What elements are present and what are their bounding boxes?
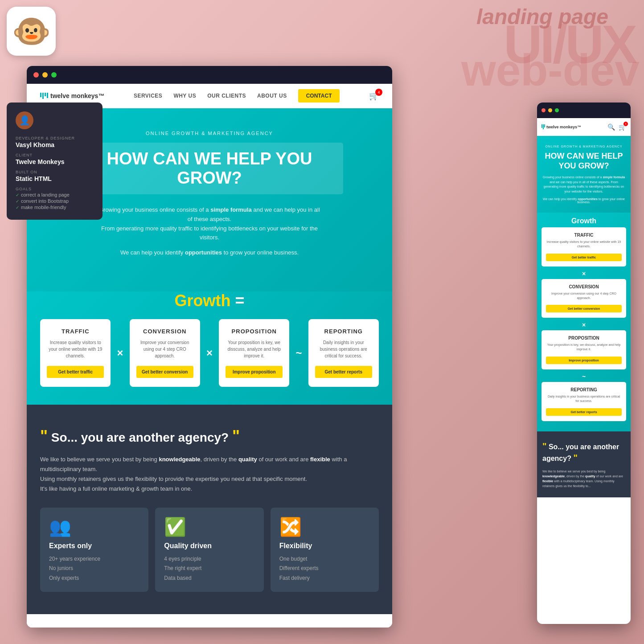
mobile-agency-desc: We like to believe we serve you best by … (542, 469, 625, 489)
operator-2: × (205, 319, 213, 387)
growth-cards: TRAFFIC Increase quality visitors to you… (40, 319, 379, 387)
traffic-btn[interactable]: Get better traffic (47, 366, 104, 378)
hero-opportunity: We can help you identify opportunities t… (40, 249, 379, 256)
cart-icon[interactable]: 🛒 4 (369, 91, 379, 101)
built-on-label: BUILT ON (16, 170, 94, 174)
traffic-desc: Increase quality visitors to your online… (47, 339, 104, 359)
mobile-proposition-desc: Your proposition is key, we discuss, ana… (546, 343, 622, 352)
proposition-title: PROPOSITION (226, 328, 283, 335)
mobile-maximize-dot[interactable] (555, 108, 559, 112)
experts-icon: 👥 (49, 517, 139, 537)
growth-card-conversion: CONVERSION Improve your conversion using… (130, 319, 200, 387)
mobile-op-3: ~ (541, 373, 626, 380)
mobile-nav: twelve monkeys™ 🔍 🛒 4 (537, 118, 631, 136)
mobile-traffic-desc: Increase quality visitors to your online… (546, 240, 622, 249)
mobile-conversion-title: CONVERSION (546, 284, 622, 289)
experts-title: Experts only (49, 542, 139, 550)
growth-card-reporting: REPORTING Daily insights in your busines… (308, 319, 379, 387)
growth-card-traffic: TRAFFIC Increase quality visitors to you… (40, 319, 111, 387)
nav-why-us[interactable]: WHY US (173, 93, 196, 99)
site-logo: twelve monkeys™ (40, 92, 104, 99)
agency-card-quality: ✅ Quality driven 4 eyes principleThe rig… (155, 508, 263, 592)
mobile-traffic-btn[interactable]: Get better traffic (546, 254, 622, 261)
flexibility-items: One budgetDifferent expertsFast delivery (279, 554, 370, 583)
agency-card-flexibility: 🔀 Flexibility One budgetDifferent expert… (271, 508, 379, 592)
mobile-growth-title: Growth (541, 213, 626, 227)
operator-3: ~ (295, 319, 303, 387)
mobile-card-traffic: TRAFFIC Increase quality visitors to you… (541, 227, 626, 267)
operator-1: × (116, 319, 124, 387)
bg-landing-text: landing page (476, 4, 608, 29)
developer-card: 👤 DEVELOPER & DESIGNER Vasyl Khoma CLIEN… (7, 103, 103, 220)
developer-name: Vasyl Khoma (16, 141, 94, 148)
agency-card-experts: 👥 Experts only 20+ years experienceNo ju… (40, 508, 148, 592)
mobile-close-dot[interactable] (541, 108, 546, 112)
minimize-dot[interactable] (42, 72, 48, 78)
monkey-app-icon[interactable]: 🐵 (7, 7, 56, 56)
mobile-reporting-desc: Daily insights in your business operatio… (546, 394, 622, 403)
agency-section: " So... you are another agency? " We lik… (27, 405, 392, 614)
browser-chrome (27, 66, 392, 84)
nav-links: SERVICES WHY US OUR CLIENTS ABOUT US CON… (134, 89, 340, 103)
growth-card-proposition: PROPOSITION Your proposition is key, we … (219, 319, 289, 387)
reporting-title: REPORTING (315, 328, 372, 335)
proposition-btn[interactable]: Improve proposition (226, 366, 283, 378)
mobile-hero-desc: Growing your business online consists of… (542, 175, 625, 194)
client-name: Twelve Monkeys (16, 158, 94, 165)
mobile-card-reporting: REPORTING Daily insights in your busines… (541, 382, 626, 421)
hero-title: HOW CAN WE HELP YOU GROW? (76, 143, 343, 194)
mobile-card-conversion: CONVERSION Improve your conversion using… (541, 279, 626, 318)
clients-section: WHO ARE WE HELPING GROW? RAD TORQUE SYST… (27, 614, 392, 628)
quality-title: Quality driven (164, 542, 254, 550)
browser-mobile: twelve monkeys™ 🔍 🛒 4 ONLINE GROWTH & MA… (537, 103, 631, 624)
mobile-proposition-title: PROPOSITION (546, 336, 622, 340)
goal-1: correct a landing page (16, 192, 94, 197)
close-dot[interactable] (33, 72, 39, 78)
flexibility-title: Flexibility (279, 542, 370, 550)
mobile-hero: ONLINE GROWTH & MARKETING AGENCY HOW CAN… (537, 136, 631, 213)
agency-quote: " So... you are another agency? " (40, 427, 379, 446)
experts-items: 20+ years experienceNo juniorsOnly exper… (49, 554, 139, 583)
mobile-agency-section: " So... you are another agency? " We lik… (537, 431, 631, 498)
role-label: DEVELOPER & DESIGNER (16, 136, 94, 140)
conversion-btn[interactable]: Get better conversion (136, 366, 193, 378)
agency-desc: We like to believe we serve you best by … (40, 455, 379, 494)
mobile-search-icon[interactable]: 🔍 (607, 123, 615, 131)
logo-bars (40, 93, 48, 99)
mobile-hero-opp: We can help you identify opportunities t… (542, 197, 625, 204)
mobile-conversion-btn[interactable]: Get better conversion (546, 305, 622, 312)
mobile-logo: twelve monkeys™ (541, 124, 581, 129)
agency-cards: 👥 Experts only 20+ years experienceNo ju… (40, 508, 379, 592)
traffic-title: TRAFFIC (47, 328, 104, 335)
mobile-proposition-btn[interactable]: Improve proposition (546, 357, 622, 364)
nav-services[interactable]: SERVICES (134, 93, 162, 99)
mobile-op-2: × (541, 321, 626, 328)
mobile-cart-icon[interactable]: 🛒 4 (619, 123, 626, 131)
mobile-traffic-title: TRAFFIC (546, 233, 622, 238)
growth-title: Growth = (40, 291, 379, 310)
growth-section: Growth = TRAFFIC Increase quality visito… (27, 291, 392, 405)
nav-clients[interactable]: OUR CLIENTS (207, 93, 246, 99)
goals-label: GOALS (16, 187, 94, 191)
mobile-growth-section: Growth TRAFFIC Increase quality visitors… (537, 213, 631, 431)
mobile-card-proposition: PROPOSITION Your proposition is key, we … (541, 330, 626, 369)
mobile-reporting-btn[interactable]: Get better reports (546, 408, 622, 416)
conversion-desc: Improve your conversion using our 4 step… (136, 339, 193, 359)
mobile-chrome (537, 103, 631, 118)
mobile-agency-quote: " So... you are another agency? " (542, 440, 625, 464)
maximize-dot[interactable] (51, 72, 57, 78)
bg-webdev-text: web-dev (461, 45, 640, 96)
mobile-reporting-title: REPORTING (546, 387, 622, 392)
reporting-btn[interactable]: Get better reports (315, 366, 372, 378)
nav-about[interactable]: ABOUT US (257, 93, 287, 99)
mobile-minimize-dot[interactable] (548, 108, 552, 112)
mobile-hero-title: HOW CAN WE HELP YOU GROW? (542, 152, 625, 171)
goal-2: convert into Bootstrap (16, 198, 94, 204)
client-label: CLIENT (16, 153, 94, 157)
mobile-hero-eyebrow: ONLINE GROWTH & MARKETING AGENCY (542, 145, 625, 148)
nav-contact[interactable]: CONTACT (298, 89, 340, 103)
cart-badge: 4 (375, 89, 382, 96)
quality-items: 4 eyes principleThe right expertData bas… (164, 554, 254, 583)
avatar: 👤 (16, 111, 33, 129)
mobile-conversion-desc: Improve your conversion using our 4 step… (546, 291, 622, 300)
